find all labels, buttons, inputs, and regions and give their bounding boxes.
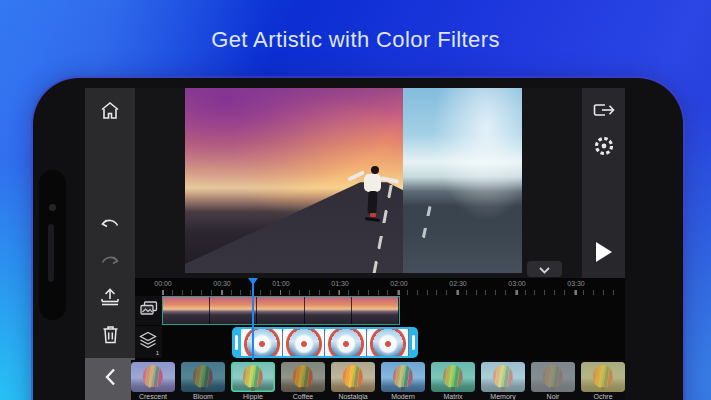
filter-thumbnail: [181, 362, 225, 392]
filter-item[interactable]: Matrix: [431, 362, 475, 400]
home-icon: [100, 101, 120, 120]
timestamp: 03:30: [567, 280, 585, 287]
chevron-down-icon: [539, 260, 550, 278]
filter-thumbnail: [131, 362, 175, 392]
filter-picker-strip: Crescent Bloom Hippie Coffee Nostalgia: [131, 360, 625, 400]
video-track-header[interactable]: [135, 296, 162, 325]
filter-tint-overlay: [381, 362, 425, 392]
filter-name: Hippie: [231, 393, 275, 400]
filter-name: Ochre: [581, 393, 625, 400]
export-arrow-icon: [593, 102, 615, 122]
filter-item-selected[interactable]: Hippie: [231, 362, 275, 400]
overlay-track-header[interactable]: 1: [135, 326, 162, 358]
filter-item[interactable]: Ochre: [581, 362, 625, 400]
editor-screen: 00:00 00:30 01:00 01:30 02:00 02:30 03:0…: [85, 88, 625, 400]
clip-trim-handle-right[interactable]: [412, 335, 415, 350]
filter-thumbnail: [581, 362, 625, 392]
skater-figure: [345, 166, 405, 244]
filter-thumbnail: [331, 362, 375, 392]
redo-icon: [100, 254, 120, 267]
export-project-button[interactable]: [85, 280, 135, 314]
delete-button[interactable]: [85, 317, 135, 351]
clip-trim-handle-left[interactable]: [235, 335, 238, 350]
filter-item[interactable]: Noir: [531, 362, 575, 400]
redo-button[interactable]: [85, 243, 135, 277]
filter-thumbnail: [531, 362, 575, 392]
left-toolbar: [85, 88, 135, 400]
filter-item[interactable]: Nostalgia: [331, 362, 375, 400]
undo-button[interactable]: [85, 206, 135, 240]
filter-tint-overlay: [131, 362, 175, 392]
filter-compare-region: [403, 88, 522, 273]
preview-area: [135, 88, 582, 278]
filter-name: Noir: [531, 393, 575, 400]
filter-tint-overlay: [431, 362, 475, 392]
play-icon: [595, 241, 613, 267]
collapse-toolbar-button[interactable]: [85, 358, 135, 400]
timestamp: 01:30: [331, 280, 349, 287]
filter-tint-overlay: [281, 362, 325, 392]
filter-thumbnail: [281, 362, 325, 392]
filter-name: Coffee: [281, 393, 325, 400]
filter-tint-overlay: [481, 362, 525, 392]
upload-icon: [100, 288, 120, 306]
gear-icon: [593, 135, 615, 161]
filter-item[interactable]: Bloom: [181, 362, 225, 400]
home-button[interactable]: [85, 93, 135, 127]
filter-thumbnail: [431, 362, 475, 392]
timeline: 00:00 00:30 01:00 01:30 02:00 02:30 03:0…: [135, 278, 625, 400]
camera-icon: [49, 204, 56, 211]
playhead[interactable]: [252, 278, 254, 360]
timestamp: 02:30: [449, 280, 467, 287]
timestamp: 01:00: [272, 280, 290, 287]
filter-tint-overlay: [581, 362, 625, 392]
filter-name: Crescent: [131, 393, 175, 400]
trash-icon: [102, 325, 119, 344]
collapse-preview-button[interactable]: [527, 261, 562, 277]
timestamp: 00:00: [154, 280, 172, 287]
filter-item[interactable]: Memory: [481, 362, 525, 400]
filter-name: Memory: [481, 393, 525, 400]
filter-clip-thumbnails: [241, 329, 409, 356]
right-toolbar: [582, 88, 625, 278]
timestamp: 03:00: [508, 280, 526, 287]
filter-thumbnail: [231, 362, 275, 392]
filter-name: Matrix: [431, 393, 475, 400]
filter-item[interactable]: Modern: [381, 362, 425, 400]
filter-tint-overlay: [181, 362, 225, 392]
filter-thumbnail: [381, 362, 425, 392]
track-badge: 1: [156, 350, 159, 356]
filter-name: Bloom: [181, 393, 225, 400]
banner-title: Get Artistic with Color Filters: [0, 27, 711, 53]
timestamp: 00:30: [213, 280, 231, 287]
filter-name: Modern: [381, 393, 425, 400]
video-track-icon: [140, 301, 158, 320]
undo-icon: [100, 217, 120, 230]
filter-tint-overlay: [531, 362, 575, 392]
filter-name: Nostalgia: [331, 393, 375, 400]
speaker-slot: [48, 224, 54, 282]
phone-notch: [39, 170, 66, 320]
selected-filter-clip[interactable]: [232, 327, 418, 358]
settings-button[interactable]: [582, 132, 625, 164]
app-screenshot: Get Artistic with Color Filters: [0, 0, 711, 400]
produce-share-button[interactable]: [582, 96, 625, 128]
video-preview[interactable]: [185, 88, 522, 273]
timeline-ruler[interactable]: 00:00 00:30 01:00 01:30 02:00 02:30 03:0…: [135, 278, 625, 295]
filter-thumbnail: [481, 362, 525, 392]
filter-item[interactable]: Crescent: [131, 362, 175, 400]
play-button[interactable]: [582, 238, 625, 270]
timestamp: 02:00: [390, 280, 408, 287]
filter-tint-overlay: [331, 362, 375, 392]
chevron-left-icon: [105, 368, 116, 390]
filter-tint-overlay: [231, 362, 275, 392]
video-clip-strip[interactable]: [162, 296, 400, 325]
ruler-ticks: [162, 290, 622, 295]
filter-item[interactable]: Coffee: [281, 362, 325, 400]
